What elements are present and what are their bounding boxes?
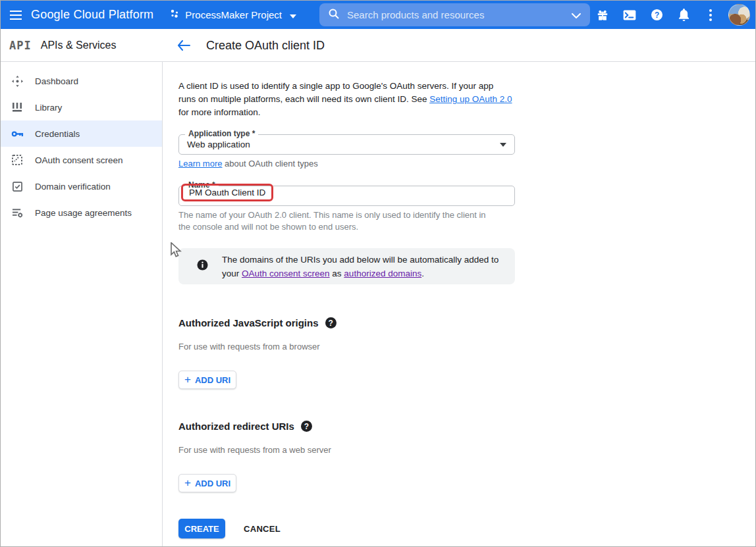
page-usage-icon xyxy=(11,206,24,219)
more-vertical-icon[interactable] xyxy=(699,4,722,26)
page-title: Create OAuth client ID xyxy=(206,39,325,53)
app-bar: Google Cloud Platform ProcessMaker Proje… xyxy=(1,1,755,29)
notifications-icon[interactable] xyxy=(672,4,695,26)
oauth-consent-screen-link[interactable]: OAuth consent screen xyxy=(242,269,330,278)
sidebar-item-label: Domain verification xyxy=(35,182,111,192)
learn-more-link[interactable]: Learn more xyxy=(178,159,222,169)
dashboard-icon xyxy=(11,74,24,88)
redirects-subtitle: For use with requests from a web server xyxy=(178,445,331,455)
sidebar-item-label: Dashboard xyxy=(35,76,78,86)
sidebar-item-dashboard[interactable]: Dashboard xyxy=(1,68,162,94)
setting-up-oauth-link[interactable]: Setting up OAuth 2.0 xyxy=(429,94,512,104)
library-icon xyxy=(11,101,24,114)
svg-text:?: ? xyxy=(654,11,659,20)
origins-section-title: Authorized JavaScript origins ? xyxy=(178,317,337,328)
redirects-help-icon[interactable]: ? xyxy=(301,421,312,432)
back-arrow-icon[interactable] xyxy=(171,32,197,59)
name-helper-text: The name of your OAuth 2.0 client. This … xyxy=(178,209,488,233)
plus-icon: + xyxy=(184,477,191,488)
menu-icon[interactable] xyxy=(1,1,31,29)
create-button[interactable]: CREATE xyxy=(178,519,225,538)
info-note: The domains of the URIs you add below wi… xyxy=(178,248,515,284)
add-redirect-uri-button[interactable]: + ADD URI xyxy=(178,474,236,492)
sidebar-item-label: Library xyxy=(35,103,62,113)
gift-icon[interactable] xyxy=(591,4,614,26)
application-type-select[interactable]: Application type * Web application xyxy=(178,134,515,155)
application-type-value: Web application xyxy=(187,135,250,154)
redirects-title-text: Authorized redirect URIs xyxy=(178,421,294,432)
plus-icon: + xyxy=(184,374,191,385)
key-icon xyxy=(11,127,24,140)
api-logo: API xyxy=(9,39,32,52)
info-icon xyxy=(197,259,208,273)
name-value-annotation: PM Oauth Client ID xyxy=(181,184,273,201)
sidebar-item-label: Credentials xyxy=(35,129,80,139)
sidebar-item-oauth-consent[interactable]: OAuth consent screen xyxy=(1,147,162,173)
sidebar-item-domain-verification[interactable]: Domain verification xyxy=(1,173,162,199)
redirects-section-title: Authorized redirect URIs ? xyxy=(178,421,312,432)
learn-more-rest: about OAuth client types xyxy=(222,159,317,169)
project-icon xyxy=(169,9,180,22)
appbar-actions: ? xyxy=(591,1,750,29)
cancel-button[interactable]: CANCEL xyxy=(237,519,287,538)
consent-screen-icon xyxy=(11,153,24,167)
add-uri-label: ADD URI xyxy=(195,479,230,488)
info-note-text: The domains of the URIs you add below wi… xyxy=(222,253,505,280)
search-input[interactable] xyxy=(347,9,572,20)
project-picker[interactable]: ProcessMaker Project xyxy=(165,6,300,24)
intro-text: A client ID is used to identify a single… xyxy=(178,80,513,119)
info-middle: as xyxy=(330,269,344,278)
secondary-header: API APIs & Services Create OAuth client … xyxy=(1,29,755,62)
main-content: A client ID is used to identify a single… xyxy=(163,62,755,546)
project-name: ProcessMaker Project xyxy=(185,9,282,20)
project-caret-icon xyxy=(290,9,296,21)
add-uri-label: ADD URI xyxy=(195,375,230,385)
name-value: PM Oauth Client ID xyxy=(189,188,265,197)
cloud-shell-icon[interactable] xyxy=(618,4,641,26)
dropdown-caret-icon xyxy=(500,143,506,147)
sidebar-item-label: OAuth consent screen xyxy=(35,155,123,165)
learn-more-line: Learn more about OAuth client types xyxy=(178,159,318,169)
sidebar-item-credentials[interactable]: Credentials xyxy=(1,120,162,147)
sidebar-item-page-usage[interactable]: Page usage agreements xyxy=(1,199,162,226)
sidebar-item-library[interactable]: Library xyxy=(1,94,162,120)
sidebar-item-label: Page usage agreements xyxy=(35,208,132,218)
service-title: APIs & Services xyxy=(41,39,117,51)
sidebar: Dashboard Library Credentials OAuth cons… xyxy=(1,62,163,546)
search-icon xyxy=(329,9,339,22)
search-chevron-down-icon[interactable] xyxy=(572,9,581,21)
intro-after: for more information. xyxy=(178,107,261,117)
domain-verification-icon xyxy=(11,180,24,193)
brand-title[interactable]: Google Cloud Platform xyxy=(31,8,153,22)
info-after: . xyxy=(421,269,424,278)
help-icon[interactable]: ? xyxy=(645,4,668,26)
origins-title-text: Authorized JavaScript origins xyxy=(178,317,319,328)
name-input[interactable]: Name * PM Oauth Client ID xyxy=(178,186,515,206)
add-origin-uri-button[interactable]: + ADD URI xyxy=(178,371,236,389)
origins-subtitle: For use with requests from a browser xyxy=(178,342,320,352)
avatar[interactable] xyxy=(728,4,750,26)
service-header: API APIs & Services xyxy=(1,29,163,62)
authorized-domains-link[interactable]: authorized domains xyxy=(344,269,421,278)
origins-help-icon[interactable]: ? xyxy=(325,317,337,328)
search-box[interactable] xyxy=(319,3,590,26)
